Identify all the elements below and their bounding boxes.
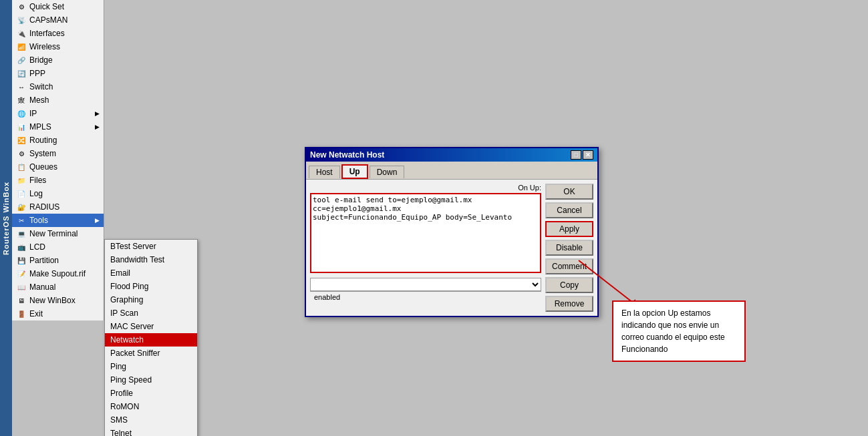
sidebar-item-partition[interactable]: 💾 Partition (12, 254, 104, 267)
submenu-telnet[interactable]: Telnet (105, 427, 197, 436)
dialog-body: On Up: tool e-mail send to=ejemplo@gmail… (306, 180, 597, 316)
queues-icon: 📋 (16, 162, 27, 172)
bridge-icon: 🔗 (16, 55, 27, 65)
quick-set-icon: ⚙ (16, 1, 27, 12)
ip-arrow: ▶ (95, 110, 100, 117)
log-icon: 📄 (16, 188, 27, 199)
routing-icon: 🔀 (16, 135, 27, 146)
sidebar-item-ip[interactable]: 🌐 IP ▶ (12, 107, 104, 120)
on-up-textarea[interactable]: tool e-mail send to=ejemplo@gmail.mx cc=… (310, 193, 541, 273)
sidebar-item-radius[interactable]: 🔐 RADIUS (12, 200, 104, 214)
annotation-box: En la opcion Up estamos indicando que no… (612, 300, 746, 362)
routeros-label: RouterOS WinBox (0, 0, 12, 436)
tools-arrow: ▶ (95, 217, 100, 224)
sidebar-item-quick-set[interactable]: ⚙ Quick Set (12, 0, 104, 13)
copy-button[interactable]: Copy (545, 277, 593, 293)
terminal-icon: 💻 (16, 228, 27, 239)
sidebar-item-lcd[interactable]: 📺 LCD (12, 240, 104, 254)
wireless-icon: 📶 (16, 41, 27, 52)
sidebar-item-routing[interactable]: 🔀 Routing (12, 134, 104, 147)
tools-icon: ✂ (16, 215, 27, 226)
netwatch-dialog: New Netwatch Host □ ✕ Host Up Down On Up… (305, 147, 599, 317)
status-bar: enabled (310, 291, 541, 302)
tools-submenu: BTest Server Bandwidth Test Email Flood … (104, 239, 198, 436)
sidebar-item-tools[interactable]: ✂ Tools ▶ (12, 214, 104, 227)
submenu-sms[interactable]: SMS (105, 413, 197, 427)
tab-up[interactable]: Up (341, 164, 368, 179)
partition-icon: 💾 (16, 255, 27, 266)
manual-icon: 📖 (16, 282, 27, 292)
sidebar-item-log[interactable]: 📄 Log (12, 187, 104, 200)
mpls-arrow: ▶ (95, 124, 100, 130)
switch-icon: ↔ (16, 81, 27, 92)
tab-down[interactable]: Down (370, 166, 405, 178)
ip-icon: 🌐 (16, 108, 27, 119)
ppp-icon: 🔄 (16, 68, 27, 79)
submenu-ip-scan[interactable]: IP Scan (105, 306, 197, 320)
sidebar-item-bridge[interactable]: 🔗 Bridge (12, 53, 104, 67)
sidebar-item-exit[interactable]: 🚪 Exit (12, 307, 104, 320)
radius-icon: 🔐 (16, 202, 27, 212)
submenu-profile[interactable]: Profile (105, 387, 197, 400)
cancel-button[interactable]: Cancel (545, 202, 593, 218)
sidebar-item-mesh[interactable]: 🕸 Mesh (12, 93, 104, 107)
status-dropdown[interactable] (310, 278, 541, 291)
sidebar-item-manual[interactable]: 📖 Manual (12, 280, 104, 294)
sidebar: ⚙ Quick Set 📡 CAPsMAN 🔌 Interfaces 📶 Wir… (12, 0, 104, 320)
submenu-email[interactable]: Email (105, 266, 197, 280)
dialog-tabs: Host Up Down (306, 162, 597, 180)
remove-button[interactable]: Remove (545, 296, 593, 312)
dialog-actions: OK Cancel Apply Disable Comment Copy Rem… (545, 184, 593, 312)
dialog-titlebar: New Netwatch Host □ ✕ (306, 148, 597, 162)
submenu-bandwidth-test[interactable]: Bandwidth Test (105, 253, 197, 266)
sidebar-item-new-terminal[interactable]: 💻 New Terminal (12, 227, 104, 240)
ok-button[interactable]: OK (545, 184, 593, 200)
submenu-romon[interactable]: RoMON (105, 400, 197, 413)
sidebar-item-wireless[interactable]: 📶 Wireless (12, 40, 104, 53)
exit-icon: 🚪 (16, 308, 27, 319)
dialog-title: New Netwatch Host (310, 150, 384, 160)
dialog-form: On Up: tool e-mail send to=ejemplo@gmail… (310, 184, 541, 312)
submenu-packet-sniffer[interactable]: Packet Sniffer (105, 347, 197, 360)
files-icon: 📁 (16, 175, 27, 186)
titlebar-buttons: □ ✕ (571, 150, 593, 160)
sidebar-item-files[interactable]: 📁 Files (12, 174, 104, 187)
mpls-icon: 📊 (16, 122, 27, 132)
submenu-btest-server[interactable]: BTest Server (105, 240, 197, 253)
apply-button[interactable]: Apply (545, 221, 593, 237)
titlebar-restore-btn[interactable]: □ (571, 150, 581, 160)
sidebar-item-capsman[interactable]: 📡 CAPsMAN (12, 13, 104, 27)
supout-icon: 📝 (16, 268, 27, 279)
sidebar-item-mpls[interactable]: 📊 MPLS ▶ (12, 120, 104, 134)
on-up-label: On Up: (518, 184, 541, 192)
submenu-mac-server[interactable]: MAC Server (105, 320, 197, 333)
comment-button[interactable]: Comment (545, 258, 593, 274)
submenu-flood-ping[interactable]: Flood Ping (105, 280, 197, 293)
sidebar-item-new-winbox[interactable]: 🖥 New WinBox (12, 294, 104, 307)
submenu-netwatch[interactable]: Netwatch (105, 333, 197, 347)
winbox-icon: 🖥 (16, 295, 27, 306)
lcd-icon: 📺 (16, 242, 27, 252)
system-icon: ⚙ (16, 148, 27, 159)
titlebar-close-btn[interactable]: ✕ (583, 150, 593, 160)
submenu-ping-speed[interactable]: Ping Speed (105, 373, 197, 387)
submenu-ping[interactable]: Ping (105, 360, 197, 373)
capsman-icon: 📡 (16, 15, 27, 25)
sidebar-item-switch[interactable]: ↔ Switch (12, 80, 104, 93)
sidebar-item-make-supout[interactable]: 📝 Make Supout.rif (12, 267, 104, 280)
tab-host[interactable]: Host (309, 166, 340, 178)
sidebar-item-queues[interactable]: 📋 Queues (12, 160, 104, 174)
sidebar-item-system[interactable]: ⚙ System (12, 147, 104, 160)
submenu-graphing[interactable]: Graphing (105, 293, 197, 306)
disable-button[interactable]: Disable (545, 240, 593, 256)
mesh-icon: 🕸 (16, 95, 27, 105)
interfaces-icon: 🔌 (16, 28, 27, 39)
main-content: New Netwatch Host □ ✕ Host Up Down On Up… (104, 0, 868, 436)
sidebar-item-ppp[interactable]: 🔄 PPP (12, 67, 104, 80)
sidebar-item-interfaces[interactable]: 🔌 Interfaces (12, 27, 104, 40)
